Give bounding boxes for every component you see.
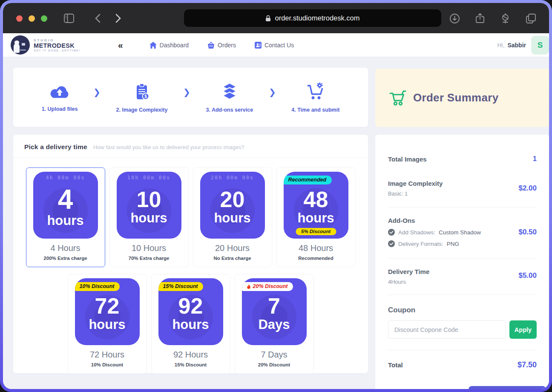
step-upload-label: 1. Upload files bbox=[42, 106, 78, 112]
countdown-timer: 4h 00m 00s bbox=[33, 175, 98, 181]
addon-item: Add Shadows: Custom Shadow bbox=[388, 229, 481, 236]
address-bar[interactable]: order.studiometrodesk.com bbox=[184, 9, 441, 27]
flame-icon bbox=[247, 284, 251, 289]
submit-order-button[interactable] bbox=[469, 386, 546, 389]
sidebar-collapse-icon[interactable]: « bbox=[118, 40, 123, 50]
delivery-tile: 10% Discount 72 hours bbox=[75, 278, 140, 345]
logo-name-text: METRODESK bbox=[34, 42, 80, 49]
user-greeting: Hi, Sabbir bbox=[497, 42, 526, 49]
clipboard-dollar-icon: $ bbox=[132, 82, 151, 102]
home-icon bbox=[150, 42, 157, 49]
discount-badge: 5% Discount bbox=[296, 228, 336, 235]
delivery-option-4-hours[interactable]: 4h 00m 00s 4 hours 4 Hours 200% Extra ch… bbox=[26, 167, 105, 267]
delivery-option-7-days[interactable]: 20% Discount 7 Days 7 Days 20% Discount bbox=[235, 274, 314, 374]
cloud-upload-icon bbox=[49, 83, 71, 101]
option-note: No Extra charge bbox=[213, 256, 251, 261]
delivery-tile: Recommended 48 hours 5% Discount bbox=[284, 172, 348, 239]
apply-coupon-button[interactable]: Apply bbox=[509, 320, 537, 339]
option-label: 48 Hours bbox=[299, 243, 333, 253]
delivery-time-panel: Pick a delivery time How fast would you … bbox=[13, 135, 368, 373]
delivery-tile: 10h 00m 00s 10 hours bbox=[117, 172, 181, 239]
avatar[interactable]: S bbox=[531, 36, 549, 55]
check-circle-icon bbox=[388, 229, 395, 236]
delivery-tile: 4h 00m 00s 4 hours bbox=[33, 172, 98, 239]
coupon-label: Coupon bbox=[388, 306, 537, 314]
coupon-input[interactable] bbox=[388, 320, 506, 339]
option-note: 70% Extra charge bbox=[129, 256, 170, 261]
delivery-time-price: $5.00 bbox=[518, 271, 537, 280]
panel-title: Pick a delivery time bbox=[24, 143, 87, 151]
app-header: STUDIO METRODESK GET IT DONE, ANYTIME! «… bbox=[3, 33, 549, 57]
total-value: $7.50 bbox=[518, 360, 537, 369]
delivery-tile: 20h 00m 00s 20 hours bbox=[200, 172, 265, 239]
step-time-submit[interactable]: 4. Time and submit bbox=[291, 82, 339, 113]
close-window-button[interactable] bbox=[16, 15, 23, 22]
delivery-option-72-hours[interactable]: 10% Discount 72 hours 72 Hours 10% Disco… bbox=[68, 274, 147, 374]
svg-text:$: $ bbox=[144, 94, 147, 99]
delivery-options-row-2: 10% Discount 72 hours 72 Hours 10% Disco… bbox=[13, 274, 368, 374]
user-name: Sabbir bbox=[507, 42, 526, 49]
total-label: Total bbox=[388, 361, 403, 369]
browser-titlebar: order.studiometrodesk.com bbox=[3, 3, 549, 33]
step-image-complexity[interactable]: $ 2. Image Complexity bbox=[116, 82, 168, 113]
delivery-time-label: Delivery Time bbox=[388, 268, 429, 275]
delivery-options-row-1: 4h 00m 00s 4 hours 4 Hours 200% Extra ch… bbox=[13, 167, 368, 267]
lock-icon bbox=[265, 15, 271, 22]
addons-price: $0.50 bbox=[518, 228, 537, 236]
discount-badge: 10% Discount bbox=[75, 282, 120, 291]
step-complexity-label: 2. Image Complexity bbox=[116, 107, 168, 113]
option-label: 20 Hours bbox=[215, 243, 250, 253]
download-icon[interactable] bbox=[448, 12, 460, 24]
zoom-window-button[interactable] bbox=[41, 15, 47, 22]
addons-label: Add-Ons bbox=[388, 217, 481, 224]
hot-discount-badge: 20% Discount bbox=[242, 282, 293, 291]
step-separator-icon: ❯ bbox=[93, 87, 101, 97]
page-content: 1. Upload files ❯ $ 2. Image Complexity … bbox=[3, 57, 549, 389]
option-label: 92 Hours bbox=[173, 350, 208, 360]
sidebar-toggle-icon[interactable] bbox=[63, 12, 75, 24]
logo-icon bbox=[11, 35, 30, 55]
recommended-badge: Recommended bbox=[284, 176, 332, 184]
nav-dashboard-label: Dashboard bbox=[160, 42, 189, 49]
option-label: 7 Days bbox=[261, 350, 287, 360]
option-note: Recommended bbox=[298, 256, 333, 261]
window-frame: order.studiometrodesk.com bbox=[0, 0, 552, 392]
main-nav: Dashboard Orders Contact Us bbox=[150, 42, 294, 49]
url-text: order.studiometrodesk.com bbox=[275, 14, 359, 22]
countdown-timer: 20h 00m 00s bbox=[200, 175, 265, 181]
order-steps: 1. Upload files ❯ $ 2. Image Complexity … bbox=[13, 68, 368, 127]
nav-dashboard[interactable]: Dashboard bbox=[150, 42, 189, 49]
logo-studio-text: STUDIO bbox=[34, 38, 80, 42]
complexity-detail: Basic: 1 bbox=[388, 190, 443, 197]
step-separator-icon: ❯ bbox=[269, 87, 276, 97]
countdown-timer: 10h 00m 00s bbox=[117, 175, 181, 181]
forward-icon[interactable] bbox=[112, 12, 124, 24]
delivery-option-10-hours[interactable]: 10h 00m 00s 10 hours 10 Hours 70% Extra … bbox=[109, 167, 189, 267]
logo-tagline: GET IT DONE, ANYTIME! bbox=[34, 49, 80, 52]
order-summary-title: Order Summary bbox=[413, 91, 498, 104]
contact-card-icon bbox=[255, 42, 262, 49]
step-addons-service[interactable]: 3. Add-ons service bbox=[206, 82, 253, 113]
step-addons-label: 3. Add-ons service bbox=[206, 107, 253, 113]
option-note: 20% Discount bbox=[258, 362, 290, 367]
delivery-option-48-hours[interactable]: Recommended 48 hours 5% Discount 48 Hour… bbox=[276, 167, 356, 267]
share-icon[interactable] bbox=[474, 12, 486, 24]
option-note: 10% Discount bbox=[91, 362, 123, 367]
back-icon[interactable] bbox=[92, 12, 104, 24]
complexity-price: $2.00 bbox=[518, 184, 537, 193]
minimize-window-button[interactable] bbox=[29, 15, 35, 22]
greeting-prefix: Hi, bbox=[497, 42, 504, 49]
complexity-label: Image Complexity bbox=[388, 180, 443, 187]
step-upload-files[interactable]: 1. Upload files bbox=[42, 83, 78, 112]
nav-contact[interactable]: Contact Us bbox=[255, 42, 294, 49]
site-logo[interactable]: STUDIO METRODESK GET IT DONE, ANYTIME! bbox=[11, 35, 80, 55]
discount-badge: 15% Discount bbox=[158, 282, 204, 291]
delivery-option-20-hours[interactable]: 20h 00m 00s 20 hours 20 Hours No Extra c… bbox=[193, 167, 272, 267]
option-note: 200% Extra charge bbox=[43, 256, 87, 261]
delivery-option-92-hours[interactable]: 15% Discount 92 hours 92 Hours 15% Disco… bbox=[151, 274, 230, 374]
tabs-icon[interactable] bbox=[525, 12, 537, 24]
nav-orders[interactable]: Orders bbox=[207, 42, 236, 49]
extension-icon[interactable] bbox=[499, 12, 511, 24]
step-time-label: 4. Time and submit bbox=[291, 107, 339, 113]
basket-icon bbox=[207, 42, 215, 49]
